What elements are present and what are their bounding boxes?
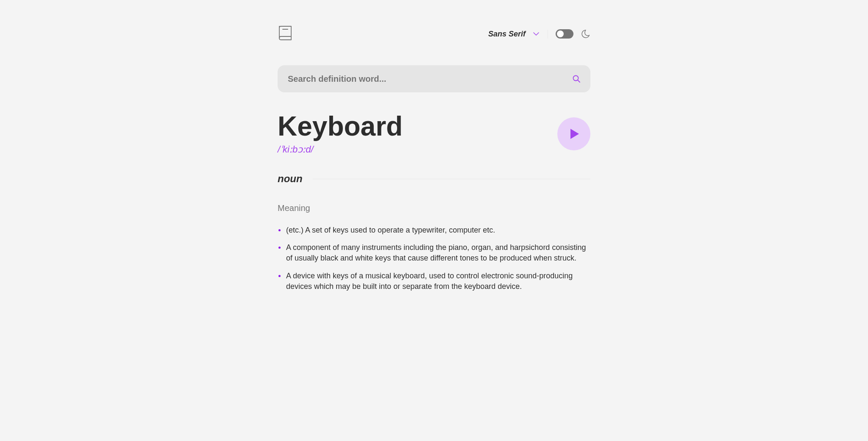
- theme-toggle[interactable]: [556, 29, 573, 39]
- word-header: Keyboard /ˈkiːbɔːd/: [278, 113, 590, 155]
- moon-icon: [581, 29, 590, 39]
- search-icon[interactable]: [573, 75, 580, 83]
- font-selector-label: Sans Serif: [488, 30, 526, 39]
- definition-item: A component of many instruments includin…: [286, 242, 590, 263]
- svg-line-2: [578, 80, 580, 82]
- divider: [313, 179, 590, 179]
- logo: [278, 25, 293, 43]
- definitions-list: (etc.) A set of keys used to operate a t…: [278, 225, 590, 292]
- part-of-speech-row: noun: [278, 173, 590, 185]
- word-title: Keyboard: [278, 113, 403, 140]
- play-icon: [570, 129, 579, 139]
- part-of-speech: noun: [278, 173, 303, 185]
- meaning-label: Meaning: [278, 203, 590, 213]
- header-controls: Sans Serif: [488, 29, 590, 39]
- header: Sans Serif: [278, 25, 590, 43]
- chevron-down-icon: [533, 32, 539, 36]
- search-input[interactable]: [288, 74, 573, 84]
- font-selector[interactable]: Sans Serif: [488, 30, 548, 39]
- word-info: Keyboard /ˈkiːbɔːd/: [278, 113, 403, 155]
- phonetic: /ˈkiːbɔːd/: [278, 144, 403, 155]
- search-bar[interactable]: [278, 65, 590, 92]
- definition-item: A device with keys of a musical keyboard…: [286, 271, 590, 292]
- play-button[interactable]: [557, 117, 590, 150]
- definition-item: (etc.) A set of keys used to operate a t…: [286, 225, 590, 236]
